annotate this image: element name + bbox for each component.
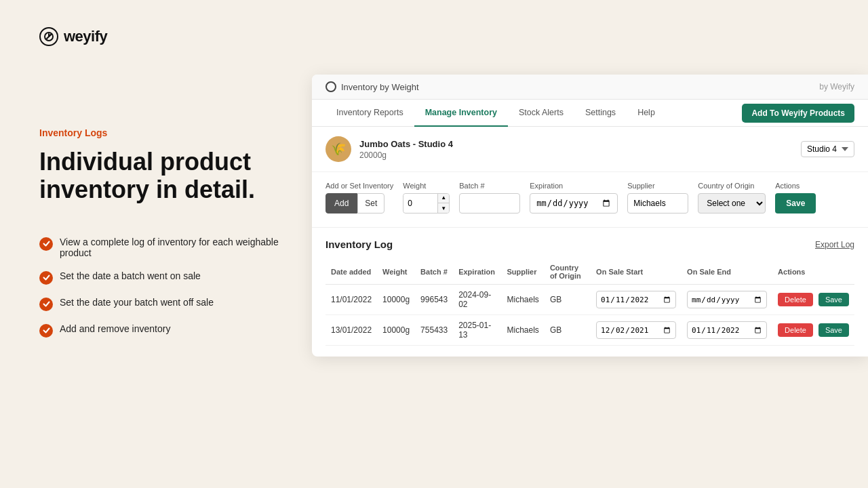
actions-label: Actions: [775, 182, 816, 190]
weight-group: Weight ▲ ▼: [403, 182, 450, 214]
log-table: Date added Weight Batch # Expiration Sup…: [326, 260, 854, 346]
batch-group: Batch #: [459, 182, 520, 214]
col-batch: Batch #: [415, 260, 453, 285]
cell-on-sale-end-1: [682, 285, 772, 315]
col-on-sale-start: On Sale Start: [591, 260, 682, 285]
logo-icon: [39, 27, 58, 46]
studio-select[interactable]: Studio 4: [801, 141, 854, 157]
log-table-body: 11/01/2022 10000g 996543 2024-09-02 Mich…: [326, 285, 854, 346]
weight-input[interactable]: [403, 194, 437, 213]
add-set-group-label: Add or Set Inventory Add Set: [326, 182, 393, 214]
cell-supplier-1: Michaels: [502, 285, 545, 315]
on-sale-start-input-1[interactable]: [596, 291, 676, 308]
feature-item: Add and remove inventory: [39, 323, 297, 338]
feature-list: View a complete log of inventory for eac…: [39, 237, 297, 338]
actions-cell-1: Delete Save: [778, 293, 849, 306]
log-table-header-row: Date added Weight Batch # Expiration Sup…: [326, 260, 854, 285]
save-row-button-2[interactable]: Save: [818, 323, 849, 337]
weight-input-wrap: ▲ ▼: [403, 193, 450, 214]
batch-input[interactable]: [459, 193, 520, 214]
cell-actions-1: Delete Save: [772, 285, 854, 315]
inventory-log-section: Inventory Log Export Log Date added Weig…: [312, 228, 868, 357]
app-logo-icon: [326, 81, 336, 92]
check-icon: [39, 298, 53, 311]
expiration-input[interactable]: [530, 193, 618, 214]
inventory-form: Add or Set Inventory Add Set Weight ▲ ▼ …: [312, 172, 868, 228]
form-actions-group: Actions Save: [775, 182, 816, 214]
on-sale-end-input-1[interactable]: [687, 291, 767, 308]
actions-cell-2: Delete Save: [778, 323, 849, 337]
cell-expiration-2: 2025-01-13: [453, 315, 501, 346]
supplier-input[interactable]: [627, 193, 688, 214]
expiration-label: Expiration: [530, 182, 618, 190]
check-icon: [39, 324, 53, 338]
feature-item: Set the date a batch went on sale: [39, 270, 297, 285]
col-actions: Actions: [772, 260, 854, 285]
save-row-button-1[interactable]: Save: [818, 293, 849, 306]
cell-country-2: GB: [545, 315, 591, 346]
country-label: Country of Origin: [698, 182, 766, 190]
cell-date-added-1: 11/01/2022: [326, 285, 377, 315]
col-on-sale-end: On Sale End: [682, 260, 772, 285]
add-set-toggle: Add Set: [326, 193, 393, 214]
log-title: Inventory Log: [326, 239, 393, 250]
set-button[interactable]: Set: [357, 193, 384, 214]
expiration-group: Expiration: [530, 182, 618, 214]
logo-text: weyify: [64, 28, 107, 45]
weight-down-button[interactable]: ▼: [438, 203, 449, 214]
svg-line-1: [49, 34, 52, 37]
cell-date-added-2: 13/01/2022: [326, 315, 377, 346]
cell-on-sale-start-1: [591, 285, 682, 315]
nav-tabs: Inventory Reports Manage Inventory Stock…: [326, 100, 666, 126]
feature-item: Set the date your batch went off sale: [39, 297, 297, 311]
country-select[interactable]: Select one: [698, 193, 766, 214]
app-nav: Inventory Reports Manage Inventory Stock…: [312, 100, 868, 127]
product-avatar: 🌾: [326, 136, 351, 162]
on-sale-end-input-2[interactable]: [687, 321, 767, 339]
cell-batch-2: 755433: [415, 315, 453, 346]
delete-button-1[interactable]: Delete: [778, 293, 813, 306]
col-supplier: Supplier: [502, 260, 545, 285]
col-weight: Weight: [377, 260, 415, 285]
app-header: Inventory by Weight by Weyify: [312, 75, 868, 100]
cell-weight-2: 10000g: [377, 315, 415, 346]
tab-settings[interactable]: Settings: [574, 100, 627, 127]
weight-label: Weight: [403, 182, 450, 190]
app-header-left: Inventory by Weight: [326, 81, 419, 92]
col-date-added: Date added: [326, 260, 377, 285]
add-to-weyify-button[interactable]: Add To Weyify Products: [742, 104, 854, 123]
headline: Individual product inventory in detail.: [39, 148, 297, 204]
delete-button-2[interactable]: Delete: [778, 323, 813, 337]
col-country: Country of Origin: [545, 260, 591, 285]
supplier-label: Supplier: [627, 182, 688, 190]
product-name: Jumbo Oats - Studio 4: [359, 139, 453, 149]
product-info: 🌾 Jumbo Oats - Studio 4 20000g: [326, 136, 453, 162]
cell-weight-1: 10000g: [377, 285, 415, 315]
export-log-button[interactable]: Export Log: [815, 240, 854, 249]
supplier-group: Supplier: [627, 182, 688, 214]
tab-manage-inventory[interactable]: Manage Inventory: [414, 100, 508, 127]
table-row: 11/01/2022 10000g 996543 2024-09-02 Mich…: [326, 285, 854, 315]
cell-expiration-1: 2024-09-02: [453, 285, 501, 315]
cell-country-1: GB: [545, 285, 591, 315]
form-row: Add or Set Inventory Add Set Weight ▲ ▼ …: [326, 182, 854, 214]
cell-supplier-2: Michaels: [502, 315, 545, 346]
tab-help[interactable]: Help: [627, 100, 666, 127]
log-header: Inventory Log Export Log: [326, 239, 854, 250]
section-label: Inventory Logs: [39, 127, 297, 138]
add-button[interactable]: Add: [326, 193, 357, 214]
col-expiration: Expiration: [453, 260, 501, 285]
product-weight: 20000g: [359, 150, 453, 160]
weight-up-button[interactable]: ▲: [438, 193, 449, 203]
tab-inventory-reports[interactable]: Inventory Reports: [326, 100, 414, 127]
on-sale-start-input-2[interactable]: [596, 321, 676, 339]
cell-actions-2: Delete Save: [772, 315, 854, 346]
tab-stock-alerts[interactable]: Stock Alerts: [508, 100, 574, 127]
log-table-head: Date added Weight Batch # Expiration Sup…: [326, 260, 854, 285]
save-button[interactable]: Save: [775, 193, 816, 214]
weight-spinners: ▲ ▼: [437, 193, 449, 214]
cell-on-sale-end-2: [682, 315, 772, 346]
product-details: Jumbo Oats - Studio 4 20000g: [359, 139, 453, 160]
add-set-label: Add or Set Inventory: [326, 182, 393, 190]
cell-on-sale-start-2: [591, 315, 682, 346]
